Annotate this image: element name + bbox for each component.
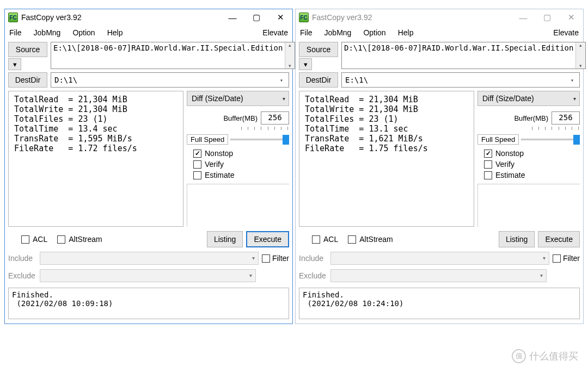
listing-button[interactable]: Listing xyxy=(499,231,535,247)
acl-checkbox[interactable]: ACL xyxy=(312,235,338,244)
maximize-button[interactable]: ▢ xyxy=(244,9,268,26)
source-input[interactable]: E:\1\[2018-06-07]RAID.World.War.II.Speci… xyxy=(51,42,295,69)
altstream-checkbox[interactable]: AltStream xyxy=(57,235,102,244)
destdir-input[interactable]: D:\1\ ▾ xyxy=(51,72,289,88)
menu-file[interactable]: File xyxy=(9,28,22,37)
menu-jobmng[interactable]: JobMng xyxy=(324,28,352,37)
buffer-input[interactable]: 256 xyxy=(552,111,580,125)
source-scrollbar[interactable]: ▴▾ xyxy=(285,42,295,69)
checkbox-icon[interactable] xyxy=(312,235,320,244)
speed-slider[interactable] xyxy=(521,135,580,144)
checkbox-icon[interactable] xyxy=(484,160,492,169)
source-value[interactable]: E:\1\[2018-06-07]RAID.World.War.II.Speci… xyxy=(51,42,285,69)
source-button[interactable]: Source xyxy=(299,42,338,57)
altstream-checkbox[interactable]: AltStream xyxy=(348,235,393,244)
checkbox-icon[interactable] xyxy=(57,235,65,244)
exclude-input[interactable]: ▾ xyxy=(40,269,256,282)
fastcopy-window-right: FC FastCopy ver3.92 — ▢ ✕ File JobMng Op… xyxy=(295,9,584,324)
checkbox-icon[interactable] xyxy=(484,150,492,158)
menu-help[interactable]: Help xyxy=(398,28,414,37)
source-scrollbar[interactable]: ▴▾ xyxy=(575,42,585,69)
checkbox-icon[interactable] xyxy=(553,254,561,263)
menu-elevate[interactable]: Elevate xyxy=(262,28,288,37)
chevron-down-icon[interactable]: ▾ xyxy=(283,96,285,102)
checkbox-icon[interactable] xyxy=(348,235,356,244)
checkbox-icon[interactable] xyxy=(193,150,201,158)
slider-thumb[interactable] xyxy=(573,135,580,145)
chevron-down-icon[interactable]: ▾ xyxy=(249,272,252,278)
checkbox-icon[interactable] xyxy=(484,171,492,179)
destdir-input[interactable]: E:\1\ ▾ xyxy=(341,72,580,88)
include-label: Include xyxy=(8,254,36,263)
destdir-value[interactable]: D:\1\ xyxy=(54,76,77,84)
menu-option[interactable]: Option xyxy=(363,28,385,37)
menu-elevate[interactable]: Elevate xyxy=(553,28,579,37)
app-icon: FC xyxy=(8,13,18,22)
destdir-value[interactable]: E:\1\ xyxy=(345,76,368,84)
include-label: Include xyxy=(299,254,327,263)
close-button[interactable]: ✕ xyxy=(268,9,292,26)
mode-select[interactable]: Diff (Size/Date) ▾ xyxy=(187,91,289,106)
stats-panel: TotalRead = 21,304 MiB TotalWrite = 21,3… xyxy=(8,91,183,227)
checkbox-icon[interactable] xyxy=(262,254,270,263)
verify-checkbox[interactable]: Verify xyxy=(484,160,580,169)
verify-checkbox[interactable]: Verify xyxy=(193,160,289,169)
menu-jobmng[interactable]: JobMng xyxy=(34,28,61,37)
close-button[interactable]: ✕ xyxy=(559,9,583,26)
titlebar[interactable]: FC FastCopy ver3.92 — ▢ ✕ xyxy=(5,9,292,26)
estimate-checkbox[interactable]: Estimate xyxy=(484,171,580,179)
menu-option[interactable]: Option xyxy=(72,28,95,37)
buffer-label: Buffer(MB) xyxy=(223,114,258,122)
speed-slider[interactable] xyxy=(230,135,289,144)
chevron-down-icon[interactable]: ▾ xyxy=(567,75,577,85)
chevron-down-icon[interactable]: ▾ xyxy=(573,96,576,102)
buffer-label: Buffer(MB) xyxy=(514,114,548,122)
source-history-dropdown[interactable]: ▾ xyxy=(299,58,312,70)
nonstop-checkbox[interactable]: Nonstop xyxy=(193,149,289,158)
buffer-input[interactable]: 256 xyxy=(261,111,289,125)
destdir-button[interactable]: DestDir xyxy=(8,72,47,88)
exclude-input[interactable]: ▾ xyxy=(330,269,547,282)
chevron-down-icon[interactable]: ▾ xyxy=(540,272,543,278)
listing-button[interactable]: Listing xyxy=(207,231,243,247)
mode-value: Diff (Size/Date) xyxy=(192,94,243,103)
speed-label: Full Speed xyxy=(187,134,228,145)
slider-thumb[interactable] xyxy=(283,135,289,145)
watermark: 值 什么值得买 xyxy=(512,349,578,363)
fastcopy-window-left: FC FastCopy ver3.92 — ▢ ✕ File JobMng Op… xyxy=(4,9,293,324)
source-value[interactable]: D:\1\[2018-06-07]RAID.World.War.II.Speci… xyxy=(342,42,575,69)
chevron-down-icon[interactable]: ▾ xyxy=(252,255,255,261)
chevron-down-icon[interactable]: ▾ xyxy=(277,75,286,85)
speed-label: Full Speed xyxy=(477,134,519,145)
app-icon: FC xyxy=(299,13,309,22)
include-input[interactable]: ▾ xyxy=(40,252,259,265)
minimize-button[interactable]: — xyxy=(511,9,535,26)
estimate-checkbox[interactable]: Estimate xyxy=(193,171,289,179)
filter-checkbox[interactable]: Filter xyxy=(262,254,289,263)
nonstop-checkbox[interactable]: Nonstop xyxy=(484,149,580,158)
menu-help[interactable]: Help xyxy=(107,28,123,37)
mode-value: Diff (Size/Date) xyxy=(482,94,534,103)
checkbox-icon[interactable] xyxy=(21,235,29,244)
filter-checkbox[interactable]: Filter xyxy=(553,254,580,263)
destdir-button[interactable]: DestDir xyxy=(299,72,338,88)
checkbox-icon[interactable] xyxy=(193,171,201,179)
minimize-button[interactable]: — xyxy=(220,9,244,26)
source-button[interactable]: Source xyxy=(8,42,47,57)
titlebar[interactable]: FC FastCopy ver3.92 — ▢ ✕ xyxy=(296,9,583,26)
source-history-dropdown[interactable]: ▾ xyxy=(8,58,21,70)
source-input[interactable]: D:\1\[2018-06-07]RAID.World.War.II.Speci… xyxy=(341,42,586,69)
menubar: File JobMng Option Help Elevate xyxy=(296,26,583,40)
menu-file[interactable]: File xyxy=(300,28,313,37)
execute-button[interactable]: Execute xyxy=(246,231,289,247)
mode-select[interactable]: Diff (Size/Date) ▾ xyxy=(477,91,580,106)
chevron-down-icon[interactable]: ▾ xyxy=(543,255,546,261)
window-title: FastCopy ver3.92 xyxy=(312,13,511,22)
menubar: File JobMng Option Help Elevate xyxy=(5,26,292,40)
include-input[interactable]: ▾ xyxy=(330,252,549,265)
maximize-button[interactable]: ▢ xyxy=(535,9,559,26)
checkbox-icon[interactable] xyxy=(193,160,201,169)
execute-button[interactable]: Execute xyxy=(538,231,580,247)
acl-checkbox[interactable]: ACL xyxy=(21,235,47,244)
log-output: Finished. (2021/02/08 10:09:18) xyxy=(8,288,289,319)
